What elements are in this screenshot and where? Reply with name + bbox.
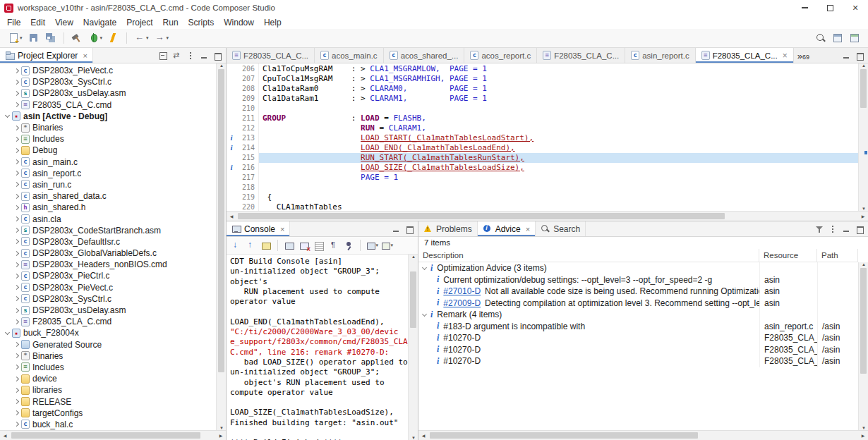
menu-view[interactable]: View [50,17,78,28]
advice-row[interactable]: iRemark (4 items) [418,309,858,321]
tree-item[interactable]: asin_main.c [0,157,216,168]
console-output[interactable]: CDT Build Console [asin]un-initialized o… [227,255,408,440]
dropdown-caret-icon[interactable]: ▾ [167,35,169,41]
code-line[interactable]: PAGE = 1 [259,173,858,183]
menu-scripts[interactable]: Scripts [183,17,219,28]
scroll-thumb[interactable] [11,432,200,439]
expand-icon[interactable] [14,274,19,279]
tree-item[interactable]: asin.cla [0,213,216,224]
scroll-right-icon[interactable]: ▶ [858,431,868,440]
tree-item[interactable]: asin_run.c [0,179,216,190]
scroll-right-icon[interactable]: ▶ [858,212,868,221]
tree-item[interactable]: Includes [0,362,216,373]
tree-item[interactable]: Debug [0,145,216,156]
clear-console-button[interactable] [297,238,311,252]
gutter-line[interactable]: 208 [227,84,258,94]
code-line[interactable]: LOAD_START(_Cla1mathTablesLoadStart), [259,133,858,143]
expand-icon[interactable] [14,388,19,393]
back-nav-button[interactable]: ▾ [132,30,151,46]
dropdown-caret-icon[interactable]: ▾ [100,35,103,41]
expand-icon[interactable] [14,285,19,290]
expand-icon[interactable] [14,171,19,176]
menu-file[interactable]: File [2,17,25,28]
advice-row[interactable]: iCurrent optimization/debug settings: --… [418,274,858,286]
tab-problems[interactable]: Problems [418,221,478,236]
new-dropdown-button[interactable]: ▾ [6,30,25,46]
debug-bug-button[interactable]: ▾ [86,30,105,46]
tree-item[interactable]: DSP2803x_usDelay.asm [0,87,216,99]
gutter-line[interactable]: i216 [227,163,258,173]
code-line[interactable]: Cla1DataRam1 : > CLARAM1, PAGE = 1 [259,94,858,104]
explorer-horizontal-scrollbar[interactable]: ◀ ▶ [0,430,226,440]
scroll-left-icon[interactable]: ◀ [0,431,10,440]
gutter-line[interactable]: 210 [227,104,258,114]
expand-icon[interactable] [14,399,19,404]
gutter-line[interactable]: 212 [227,123,258,133]
advice-vertical-scrollbar[interactable]: ▲ ▼ [858,262,868,430]
close-window-button[interactable]: × [843,0,868,16]
menu-navigate[interactable]: Navigate [78,17,121,28]
gutter-line[interactable]: i213 [227,133,258,143]
tree-item[interactable]: F28035_CLA_C.cmd [0,99,216,111]
tree-item[interactable]: Includes [0,133,216,145]
column-header-description[interactable]: Description [418,249,759,262]
view-menu-icon[interactable] [186,51,195,61]
show-stdout-console-button[interactable] [259,238,273,252]
close-tab-icon[interactable]: × [783,51,788,61]
minimize-icon[interactable] [841,224,851,234]
code-line[interactable]: Cla1ToCpuMsgRAM : > CLA1_MSGRAMLOW, PAGE… [259,64,858,74]
close-view-icon[interactable]: × [526,225,530,233]
tab-project-explorer[interactable]: Project Explorer × [0,48,93,63]
expand-icon[interactable] [14,239,19,244]
code-line[interactable] [259,104,858,114]
editor-horizontal-scrollbar[interactable]: ◀ ▶ [227,211,868,221]
maximize-icon[interactable] [404,224,414,234]
tree-item[interactable]: DSP2803x_usDelay.asm [0,305,216,316]
expand-icon[interactable] [14,68,19,73]
scroll-thumb[interactable] [410,271,416,328]
editor-vertical-scrollbar[interactable]: ▲ ▼ [858,63,868,211]
gutter-line[interactable]: 209 [227,94,258,104]
advice-row[interactable]: i#183-D argument is incompatible withasi… [418,321,858,333]
scroll-thumb[interactable] [218,69,224,372]
tree-item[interactable]: DSP2803x_PieCtrl.c [0,270,216,281]
tree-item[interactable]: Binaries [0,350,216,362]
menu-window[interactable]: Window [219,17,259,28]
expand-icon[interactable] [14,205,19,210]
code-line[interactable]: GROUP : LOAD = FLASHB, [259,114,858,123]
maximize-icon[interactable] [855,51,864,61]
tree-item[interactable]: DSP2803x_PieVect.c [0,282,216,293]
close-view-icon[interactable]: × [83,51,87,60]
expand-icon[interactable] [14,137,19,142]
expand-icon[interactable] [14,319,19,324]
minimize-window-button[interactable] [792,0,817,16]
tab-console[interactable]: Console × [227,221,290,236]
advice-row[interactable]: iOptimization Advice (3 items) [418,262,858,274]
editor-tab[interactable]: F28035_CLA_C... [537,48,625,63]
dropdown-caret-icon[interactable]: ▾ [146,35,149,41]
save-all-button[interactable] [43,30,59,46]
display-console-dropdown-button[interactable] [365,238,379,252]
expand-icon[interactable] [14,262,19,267]
scroll-down-icon[interactable]: ▼ [409,436,418,440]
editor-tab[interactable]: acos_shared_... [384,48,465,63]
scroll-thumb[interactable] [430,432,698,439]
tree-item[interactable]: DSP2803x_GlobalVariableDefs.c [0,248,216,259]
expand-icon[interactable] [14,102,19,107]
expand-icon[interactable] [14,353,19,358]
scroll-thumb[interactable] [238,213,725,219]
advice-horizontal-scrollbar[interactable]: ◀ ▶ [418,430,868,440]
scroll-lock-button[interactable] [312,238,326,252]
expand-icon[interactable] [14,91,19,96]
editor-tab[interactable]: F28035_CLA_C... [227,48,315,63]
minimize-icon[interactable] [199,51,209,61]
expand-icon[interactable] [14,148,19,153]
advice-row[interactable]: i#27009-D Detecting compilation at optim… [418,298,858,310]
expand-icon[interactable] [14,228,19,233]
search-button[interactable] [813,30,828,46]
gutter-line[interactable]: 206 [227,64,258,74]
open-console-dropdown-button[interactable] [380,238,394,252]
expand-icon[interactable] [14,194,19,199]
tree-item[interactable]: libraries [0,384,216,396]
maximize-icon[interactable] [855,224,864,234]
